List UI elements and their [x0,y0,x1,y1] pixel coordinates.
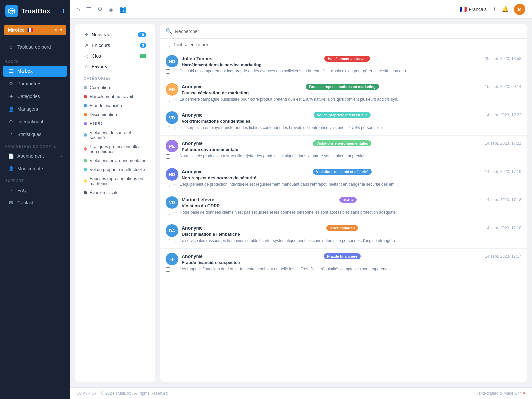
message-item[interactable]: FD Anonyme Fausses représentations en ma… [160,79,527,107]
category-label: Corruption [90,85,110,90]
sidebar-item-label: International [17,119,43,124]
chart-icon: ↗ [8,132,14,137]
language-selector[interactable]: 🇫🇷 Français [460,6,487,13]
message-item[interactable]: DA Anonyme Discrimination 14 sept. 2023,… [160,220,527,249]
star-icon[interactable]: ☆ [173,154,177,160]
filter-en-cours[interactable]: ↗ En cours 3 [80,40,150,51]
select-all-label: Tout sélectionner [173,42,208,47]
notification-bell-icon[interactable]: 🔔 [502,6,509,12]
home-icon: ⌂ [8,44,14,50]
message-tag: Violations environnementales [313,140,371,146]
sidebar-item-faq[interactable]: ? FAQ [3,185,67,196]
category-dot [84,113,87,116]
support-section-label: SUPPORT [0,175,70,184]
message-preview: J'ai subi un comportement inapproprié et… [180,69,412,73]
sidebar-item-moncompte[interactable]: 👤 Mon compte [3,163,67,174]
category-label: Pratiques professionnelles non éthiques [90,144,146,154]
message-item[interactable]: PE Anonyme Violations environnementales … [160,136,527,164]
message-item[interactable]: VD Marine Lefevre RGPD 14 sept. 2023, 17… [160,192,527,220]
star-icon[interactable]: ☆ [173,69,177,75]
user-avatar[interactable]: M [514,4,525,15]
sidebar-item-abonnement[interactable]: 📄 Abonnement › [3,150,67,162]
category-label: Violations environnementales [90,158,146,163]
filter-nouveau[interactable]: ✚ Nouveau 10 [80,29,150,40]
sidebar-item-contact[interactable]: ✉ Contact [3,197,67,208]
category-dot [84,179,87,183]
categories-section-title: CATÉGORIES [80,72,150,83]
category-item-pratiques[interactable]: Pratiques professionnelles non éthiques [80,142,150,156]
message-avatar: DA [166,224,178,237]
search-input[interactable] [175,29,521,34]
message-checkbox[interactable] [166,239,170,243]
message-date: 14 sept. 2023, 17:17 [485,254,521,259]
topbar-users-icon[interactable]: 👥 [119,6,127,13]
category-dot [84,86,87,89]
message-checkbox[interactable] [166,154,170,159]
category-item-rgpd[interactable]: RGPD [80,119,150,128]
info-icon[interactable]: ℹ [63,8,65,14]
message-checkbox[interactable] [166,267,170,272]
message-sender: Anonyme [182,225,203,231]
star-icon[interactable]: ☆ [173,267,177,273]
category-item-harcelement[interactable]: Harcèlement au travail [80,92,150,101]
category-item-sante[interactable]: Violations de santé et sécurité [80,128,150,142]
category-item-fausses[interactable]: Fausses représentations en marketing [80,174,150,188]
category-label: Vol de propriété intellectuelle [90,167,145,172]
footer: COPYRIGHT © 2024 TrustBox , All rights R… [70,387,532,399]
topbar-home-icon[interactable]: ⌂ [76,6,80,13]
sidebar-item-dashboard[interactable]: ⌂ Tableau de bord [3,41,67,53]
category-dot [84,168,87,171]
star-icon[interactable]: ☆ [173,97,177,103]
category-dot [84,133,87,137]
category-item-vol[interactable]: Vol de propriété intellectuelle [80,165,150,174]
message-item[interactable]: ND Anonyme Violations de santé et sécuri… [160,164,527,192]
category-item-env[interactable]: Violations environnementales [80,156,150,165]
message-tag: Fausses représentations en marketing [306,84,379,90]
sidebar-item-international[interactable]: ⊙ International [3,116,67,127]
star-icon[interactable]: ☆ [173,182,177,188]
sidebar-item-statistiques[interactable]: ↗ Statistiques [3,129,67,140]
category-dot [84,147,87,151]
close-icon[interactable]: ✕ [54,28,57,33]
search-icon: 🔍 [166,28,172,34]
nouveau-badge: 10 [138,32,146,37]
sidebar-item-label: Managers [17,106,38,112]
filter-clos[interactable]: ◎ Clos 1 [80,51,150,61]
mail-icon: ✉ [8,200,14,205]
category-item-fraude[interactable]: Fraude financière [80,101,150,110]
message-item[interactable]: HD Julien Tonnes Harcèlement au travail … [160,51,527,79]
filter-favoris[interactable]: ☆ Favoris [80,61,150,72]
message-date: 14 sept. 2023, 17:21 [485,141,521,146]
message-sender: Anonyme [182,169,203,174]
category-item-corruption[interactable]: Corruption [80,83,150,92]
flag-icon: 🇫🇷 [460,6,467,13]
theme-toggle-icon[interactable]: ☀ [492,6,497,12]
category-item-evasion[interactable]: Évasion fiscale [80,188,150,197]
message-checkbox[interactable] [166,211,170,215]
message-tag: Harcèlement au travail [324,56,370,62]
main-area: ⌂ ☰ ⚙ ◈ 👥 🇫🇷 Français ☀ 🔔 M ✚ Nouvea [70,0,532,399]
question-icon: ? [8,188,14,193]
message-checkbox[interactable] [166,98,170,102]
sidebar-item-categories[interactable]: ◈ Catégories [3,91,67,102]
sidebar-item-parametres[interactable]: ⚙ Paramètres [3,78,67,89]
message-item[interactable]: VD Anonyme Vol de propriété intellectuel… [160,107,527,136]
topbar-box-icon[interactable]: ☰ [86,6,91,13]
category-label: RGPD [90,121,102,126]
sidebar-item-mabox[interactable]: ☰ Ma box [3,66,67,77]
sidebar-item-managers[interactable]: 👤 Managers [3,103,67,115]
message-checkbox[interactable] [166,183,170,187]
topbar-layers-icon[interactable]: ◈ [109,6,113,13]
logo-icon: TB [5,5,18,17]
filter-label: Nouveau [92,32,110,37]
message-checkbox[interactable] [166,126,170,130]
select-all-checkbox[interactable] [166,43,170,47]
star-icon[interactable]: ☆ [173,238,177,244]
star-icon[interactable]: ☆ [173,125,177,131]
workspace-button[interactable]: Mirotec 🇫🇷 ✕ ▾ [4,25,66,35]
category-item-discrimination[interactable]: Discrimination [80,110,150,119]
star-icon[interactable]: ☆ [173,210,177,216]
message-item[interactable]: FF Anonyme Fraude financière 14 sept. 20… [160,249,527,277]
topbar-settings-icon[interactable]: ⚙ [97,6,103,13]
message-checkbox[interactable] [166,69,170,74]
